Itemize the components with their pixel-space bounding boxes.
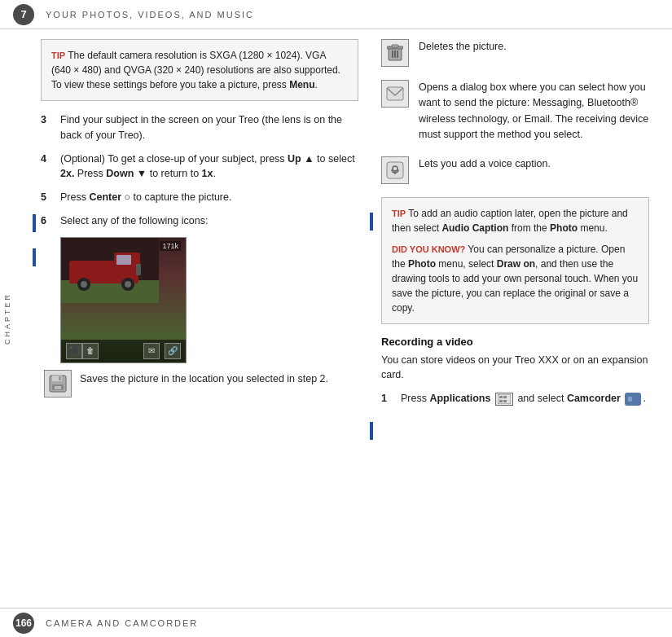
svg-rect-18 [397, 51, 398, 58]
accent-bar-left-1 [33, 214, 36, 232]
bottom-bar-title: CAMERA AND CAMCORDER [46, 618, 198, 628]
step-text: Find your subject in the screen on your … [60, 112, 358, 143]
delete-icon-row: Deletes the picture. [381, 39, 649, 67]
camera-preview-image: 171k ⬛ 🗑 ✉ 🔗 [60, 237, 187, 363]
tip-menu-bold: Menu [289, 79, 314, 90]
right-column: Deletes the picture. Opens a dialog box … [381, 39, 649, 598]
delete-icon [381, 39, 409, 67]
svg-rect-29 [503, 400, 507, 402]
chapter-label: CHAPTER [0, 29, 15, 608]
tip-box-right: TIP To add an audio caption later, open … [381, 197, 649, 324]
save-icon [44, 370, 72, 398]
toolbar-icon-4[interactable]: 🔗 [165, 343, 181, 359]
step-number: 1 [381, 391, 396, 406]
svg-rect-9 [136, 264, 141, 275]
toolbar-icon-1[interactable]: ⬛ [66, 343, 82, 359]
press-applications-text: Applications [429, 393, 490, 404]
bottom-bar: 166 CAMERA AND CAMCORDER [0, 608, 672, 637]
list-item: 1 Press Applications [381, 391, 649, 406]
step-text: Press Applications and select Cam [401, 391, 649, 406]
list-item: 4 (Optional) To get a close-up of your s… [41, 152, 358, 182]
save-icon-row: Saves the picture in the location you se… [44, 370, 358, 398]
voice-icon [381, 156, 409, 184]
send-icon [381, 80, 409, 108]
toolbar-icon-3[interactable]: ✉ [143, 343, 160, 359]
photo-bold: Photo [550, 222, 578, 234]
svg-rect-21 [387, 87, 403, 100]
image-size-label: 171k [160, 241, 181, 251]
svg-rect-26 [499, 396, 503, 398]
svg-rect-13 [55, 386, 61, 389]
tip-label-left: TIP [51, 51, 65, 60]
step-number: 4 [41, 152, 55, 182]
svg-rect-17 [394, 51, 396, 58]
camera-toolbar: ⬛ 🗑 ✉ 🔗 [61, 340, 186, 362]
svg-rect-32 [628, 397, 632, 402]
main-content: TIP The default camera resolution is SXG… [18, 29, 672, 608]
numbered-list: 3 Find your subject in the screen on you… [41, 112, 358, 229]
svg-point-6 [81, 281, 87, 288]
section-heading: Recording a video [381, 336, 649, 348]
accent-bar-right-2 [370, 422, 373, 440]
did-you-know-label: DID YOU KNOW? [392, 244, 465, 254]
page-number: 166 [13, 613, 34, 634]
send-icon-row: Opens a dialog box where you can select … [381, 80, 649, 143]
svg-rect-22 [387, 162, 403, 178]
step-number: 6 [41, 213, 55, 229]
applications-icon [495, 393, 513, 406]
svg-marker-31 [635, 395, 639, 403]
list-item: 5 Press Center ○ to capture the picture. [41, 190, 358, 205]
toolbar-icon-2[interactable]: 🗑 [82, 343, 99, 359]
section-body: You can store videos on your Treo XXX or… [381, 353, 649, 384]
tip-label-right: TIP [392, 209, 406, 218]
top-bar-title: YOUR PHOTOS, VIDEOS, AND MUSIC [46, 10, 254, 20]
left-column: TIP The default camera resolution is SXG… [41, 39, 358, 598]
camcorder-icon [625, 393, 641, 406]
send-icon-text: Opens a dialog box where you can select … [419, 80, 649, 143]
step-number: 5 [41, 190, 55, 205]
svg-rect-28 [499, 400, 503, 402]
chapter-number: 7 [13, 4, 34, 25]
accent-bar-left-2 [33, 248, 36, 266]
voice-icon-row: Lets you add a voice caption. [381, 156, 649, 184]
list-item: 3 Find your subject in the screen on you… [41, 112, 358, 143]
svg-rect-16 [392, 51, 393, 58]
delete-icon-text: Deletes the picture. [419, 39, 507, 55]
step-text: Select any of the following icons: [60, 213, 358, 229]
camcorder-text: Camcorder [567, 393, 621, 404]
svg-rect-4 [116, 255, 131, 265]
top-bar: 7 YOUR PHOTOS, VIDEOS, AND MUSIC [0, 0, 672, 29]
list-item: 6 Select any of the following icons: [41, 213, 358, 229]
step-text: (Optional) To get a close-up of your sub… [60, 152, 358, 182]
svg-point-8 [125, 281, 131, 288]
svg-rect-25 [498, 394, 511, 404]
step-text: Press Center ○ to capture the picture. [60, 190, 358, 205]
svg-rect-27 [503, 396, 507, 398]
step-number: 3 [41, 112, 55, 143]
tip-box-left: TIP The default camera resolution is SXG… [41, 39, 358, 101]
save-icon-text: Saves the picture in the location you se… [80, 370, 328, 387]
voice-icon-text: Lets you add a voice caption. [419, 156, 551, 172]
recording-section: Recording a video You can store videos o… [381, 336, 649, 406]
svg-rect-14 [59, 376, 61, 380]
svg-rect-1 [61, 280, 159, 303]
svg-rect-20 [392, 45, 398, 47]
recording-steps: 1 Press Applications [381, 391, 649, 406]
accent-bar-right-1 [370, 213, 373, 231]
truck-svg [61, 238, 159, 303]
audio-caption-bold: Audio Caption [441, 222, 508, 234]
